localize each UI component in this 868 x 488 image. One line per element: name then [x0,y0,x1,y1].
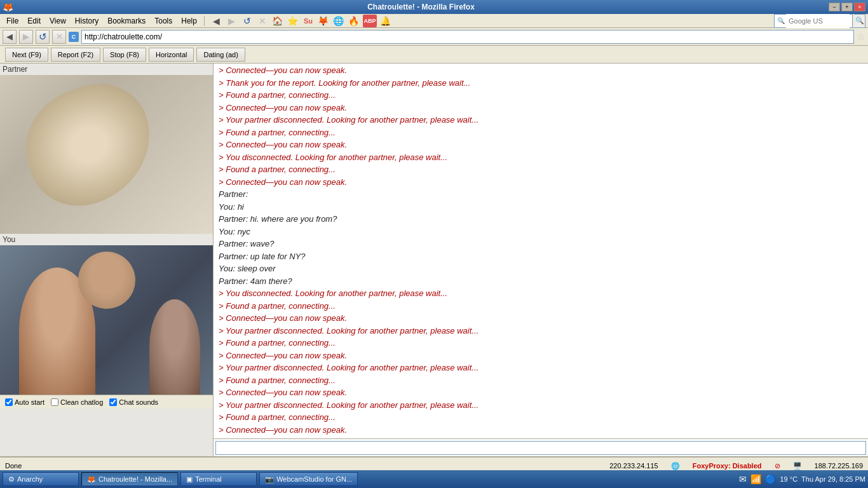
main-content: Partner You Auto start Clean chatlog Cha… [0,64,868,456]
chat-message: Partner: hi. where are you from? [219,213,863,226]
clean-chatlog-checkbox[interactable]: Clean chatlog [51,398,103,406]
chat-message: > Your partner disconnected. Looking for… [219,325,863,337]
search-container: 🔍 🔍 [774,14,865,28]
chat-message: > Found a partner, connecting... [219,337,863,349]
chat-message: > You disconnected. Looking for another … [219,151,863,164]
chat-message: > Connected—you can now speak. [219,102,863,114]
chat-message: > Connected—you can now speak. [219,312,863,325]
chat-message: > Found a partner, connecting... [219,126,863,139]
home-icon[interactable]: 🏠 [271,15,284,27]
next-button[interactable]: Next (F9) [5,48,48,62]
search-input[interactable] [786,14,850,28]
chat-message: > Your partner disconnected. Looking for… [219,114,863,126]
chat-message: > You disconnected. Looking for another … [219,287,863,300]
taskbar: ⚙ Anarchy 🦊 Chatroulette! - Mozilla... ▣… [0,470,868,488]
chat-message: > Found a partner, connecting... [219,411,863,424]
terminal-icon: ▣ [186,475,193,484]
menu-file[interactable]: File [3,15,22,27]
nav-forward-button: ▶ [19,30,33,44]
anarchy-icon: ⚙ [8,475,15,484]
monitor-icon: 🖥️ [793,462,802,470]
foxy-disable-icon: ⊘ [775,462,780,470]
chat-log: > Connected—you can now speak.> Thank yo… [214,64,868,438]
stumbleupon-icon[interactable]: Su [302,15,315,27]
horizontal-button[interactable]: Horizontal [149,48,194,62]
status-foxy: FoxyProxy: Disabled [693,462,762,470]
chat-message: Partner: 4am there? [219,275,863,288]
stop-button[interactable]: Stop (F8) [103,48,146,62]
status-ip: 220.233.24.115 [609,462,658,470]
menu-history[interactable]: History [71,15,102,27]
nav-reload-button[interactable]: ↺ [36,30,50,44]
status-done: Done [5,462,597,470]
firefox-taskbar-icon: 🦊 [87,475,96,484]
menu-tools[interactable]: Tools [151,15,176,27]
chat-message: You: hi [219,201,863,214]
chat-message: > Found a partner, connecting... [219,89,863,102]
report-button[interactable]: Report (F2) [51,48,100,62]
foxy-icon[interactable]: 🦊 [317,15,330,27]
partner-label: Partner [0,64,213,75]
dating-button[interactable]: Dating (ad) [196,48,245,62]
url-favicon: C [69,32,79,42]
chat-message: > Thank you for the report. Looking for … [219,77,863,90]
taskbar-anarchy[interactable]: ⚙ Anarchy [3,472,79,486]
reload-icon[interactable]: ↺ [241,15,254,27]
bell-icon[interactable]: 🔔 [379,15,392,27]
forward-icon: ▶ [226,15,238,27]
search-button[interactable]: 🔍 [854,14,865,28]
taskbar-terminal[interactable]: ▣ Terminal [180,472,257,486]
auto-start-checkbox[interactable]: Auto start [5,398,44,406]
taskbar-firefox[interactable]: 🦊 Chatroulette! - Mozilla... [81,472,178,486]
url-input[interactable] [81,30,854,44]
left-panel: Partner You Auto start Clean chatlog Cha… [0,64,213,456]
checkbar: Auto start Clean chatlog Chat sounds [0,395,213,409]
bookmark-star-icon[interactable]: ⭐ [287,15,299,27]
right-panel: > Connected—you can now speak.> Thank yo… [213,64,868,456]
chat-message: Partner: up late for NY? [219,250,863,263]
navbar: ◀ ▶ ↺ ✕ C ☆ [0,28,868,46]
addon-toolbar: Next (F9) Report (F2) Stop (F8) Horizont… [0,46,868,64]
menu-separator [204,16,205,26]
network-icon: 🌐 [671,462,680,470]
chat-message: Partner: wave? [219,238,863,250]
abp-icon[interactable]: ABP [363,15,377,27]
titlebar-controls: − + × [829,3,865,11]
chat-message: > Connected—you can now speak. [219,386,863,399]
taskbar-webcam[interactable]: 📷 WebcamStudio for GN... [259,472,358,486]
chat-message: > Connected—you can now speak. [219,176,863,189]
menu-view[interactable]: View [46,15,70,27]
nav-toolbar-icons: ◀ ▶ ↺ ✕ 🏠 ⭐ Su 🦊 🌐 🔥 ABP 🔔 [210,15,392,27]
you-label: You [0,234,213,245]
titlebar-title: Chatroulette! - Mozilla Firefox [13,3,829,11]
nav-stop-button: ✕ [52,30,66,44]
titlebar: 🦊 Chatroulette! - Mozilla Firefox − + × [0,0,868,14]
stop-icon[interactable]: ✕ [256,15,269,27]
chat-message: > Connected—you can now speak. [219,64,863,77]
status-ip2: 188.72.225.169 [815,462,863,470]
back-icon[interactable]: ◀ [210,15,223,27]
chat-message: > Connected—you can now speak. [219,424,863,437]
chat-message: > Connected—you can now speak. [219,349,863,362]
globe-icon[interactable]: 🌐 [332,15,345,27]
chat-message: Partner: [219,188,863,201]
chat-sounds-checkbox[interactable]: Chat sounds [109,398,158,406]
fire-icon[interactable]: 🔥 [348,15,360,27]
url-bar-container: C ☆ [69,30,865,44]
menu-help[interactable]: Help [177,15,201,27]
temp-display: 19 °C [780,475,797,483]
close-button[interactable]: × [854,3,865,11]
menu-edit[interactable]: Edit [24,15,44,27]
chat-input[interactable] [215,441,866,455]
minimize-button[interactable]: − [829,3,840,11]
bookmark-icon[interactable]: ☆ [857,30,865,43]
chat-message: > Found a partner, connecting... [219,163,863,176]
firefox-logo-icon: 🦊 [3,2,13,12]
menu-bookmarks[interactable]: Bookmarks [104,15,149,27]
nav-back-button[interactable]: ◀ [3,30,17,44]
chat-message: You: nyc [219,226,863,238]
chat-message: > Your partner disconnected. Looking for… [219,362,863,374]
maximize-button[interactable]: + [841,3,853,11]
google-icon: 🔍 [777,17,785,24]
chat-message: > Found a partner, connecting... [219,300,863,313]
